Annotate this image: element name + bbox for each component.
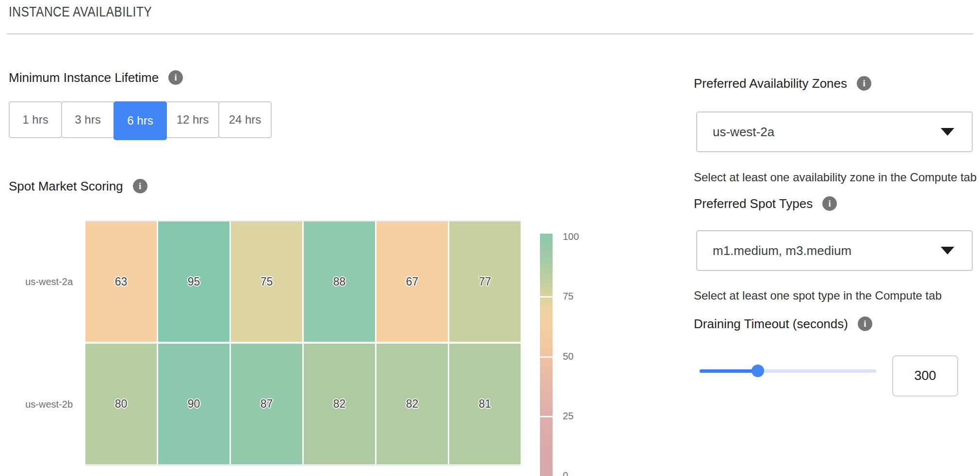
page-title: INSTANCE AVAILABILITY xyxy=(9,4,152,20)
availability-zones-helper-text: Select at least one availability zone in… xyxy=(694,171,977,184)
minimum-instance-lifetime-label-row: Minimum Instance Lifetime i xyxy=(9,69,183,86)
heatmap-cell: 77 xyxy=(449,222,521,342)
colorbar-separator xyxy=(540,296,553,298)
heatmap-cell: 75 xyxy=(231,222,302,342)
heatmap-cell: 82 xyxy=(304,344,375,464)
heatmap-row: 639575886777 xyxy=(85,222,521,342)
minimum-instance-lifetime-label: Minimum Instance Lifetime xyxy=(9,70,159,85)
colorbar-tick-label: 75 xyxy=(563,290,573,302)
availability-zones-select[interactable]: us-west-2a xyxy=(696,111,973,152)
heatmap-cell: 90 xyxy=(158,344,229,464)
preferred-availability-zones-label: Preferred Availability Zones xyxy=(694,76,847,91)
heatmap-cell: 81 xyxy=(449,344,521,464)
colorbar-tick-label: 25 xyxy=(563,410,573,422)
draining-timeout-label: Draining Timeout (seconds) xyxy=(694,317,848,332)
heatmap-cell: 67 xyxy=(376,222,448,342)
heatmap-cell: 80 xyxy=(85,344,157,464)
spot-types-helper-text: Select at least one spot type in the Com… xyxy=(694,289,942,302)
info-icon[interactable]: i xyxy=(133,179,147,193)
heatmap-cell: 82 xyxy=(376,344,448,464)
spot-types-selected-value: m1.medium, m3.medium xyxy=(713,243,851,258)
colorbar-separator xyxy=(540,356,553,358)
heatmap-row-label: us-west-2b xyxy=(0,398,73,410)
heatmap-cell: 63 xyxy=(85,222,157,342)
lifetime-option-1-hrs[interactable]: 1 hrs xyxy=(9,101,62,138)
lifetime-option-12-hrs[interactable]: 12 hrs xyxy=(166,101,219,138)
draining-timeout-label-row: Draining Timeout (seconds) i xyxy=(694,315,872,333)
chevron-down-icon xyxy=(941,247,954,254)
divider xyxy=(7,33,973,34)
heatmap-row: 809087828281 xyxy=(85,344,521,464)
colorbar-separator xyxy=(540,416,553,417)
colorbar-tick-label: 50 xyxy=(563,350,573,362)
draining-timeout-input[interactable] xyxy=(892,355,958,397)
draining-timeout-slider-thumb[interactable] xyxy=(751,365,764,377)
lifetime-option-6-hrs[interactable]: 6 hrs xyxy=(114,101,167,140)
heatmap-axis-line-bottom xyxy=(85,465,521,466)
draining-timeout-slider-fill xyxy=(700,369,758,373)
heatmap-cell: 88 xyxy=(304,222,375,342)
preferred-availability-zones-label-row: Preferred Availability Zones i xyxy=(694,75,871,92)
minimum-instance-lifetime-button-group: 1 hrs3 hrs6 hrs12 hrs24 hrs xyxy=(9,101,272,140)
chevron-down-icon xyxy=(941,128,954,136)
heatmap-cell: 87 xyxy=(231,344,302,464)
preferred-spot-types-label-row: Preferred Spot Types i xyxy=(694,195,837,212)
spot-market-scoring-label-row: Spot Market Scoring i xyxy=(9,177,147,195)
info-icon[interactable]: i xyxy=(168,70,183,85)
availability-zones-selected-value: us-west-2a xyxy=(713,125,774,140)
colorbar-tick-label: 100 xyxy=(563,231,579,242)
heatmap-row-label: us-west-2a xyxy=(0,276,73,287)
instance-availability-panel: INSTANCE AVAILABILITY Minimum Instance L… xyxy=(0,0,980,476)
lifetime-option-24-hrs[interactable]: 24 hrs xyxy=(218,101,272,138)
info-icon[interactable]: i xyxy=(858,317,872,331)
spot-market-scoring-label: Spot Market Scoring xyxy=(9,179,123,194)
heatmap-cell: 95 xyxy=(158,222,229,342)
preferred-spot-types-label: Preferred Spot Types xyxy=(694,196,813,211)
lifetime-option-3-hrs[interactable]: 3 hrs xyxy=(61,101,114,138)
heatmap-colorbar xyxy=(540,234,553,476)
info-icon[interactable]: i xyxy=(857,76,871,91)
colorbar-tick-label: 0 xyxy=(563,470,568,476)
info-icon[interactable]: i xyxy=(822,196,837,211)
spot-types-select[interactable]: m1.medium, m3.medium xyxy=(696,230,973,271)
